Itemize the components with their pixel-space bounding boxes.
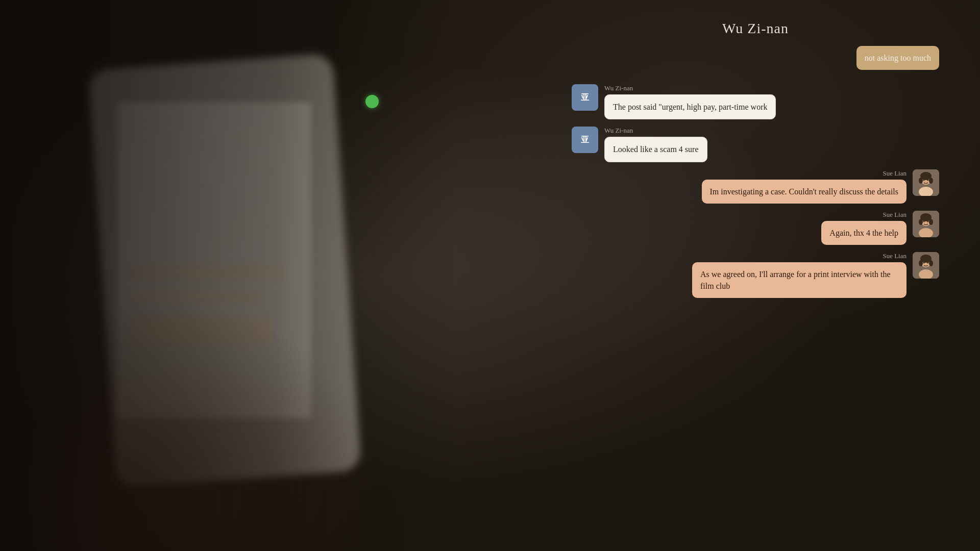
messages-container: not asking too much 亚 Wu Zi-nan The post… [572,46,939,298]
svg-point-6 [929,178,933,184]
svg-point-8 [927,179,929,181]
bubble-sue-2: Again, thx 4 the help [821,221,906,245]
chat-title: Wu Zi-nan [572,20,939,37]
green-dot [365,95,379,108]
bubble-sue-1: Im investigating a case. Couldn't really… [702,180,906,204]
svg-point-24 [927,262,929,263]
avatar-wu-2: 亚 [572,127,598,153]
avatar-sue-1 [913,169,939,196]
table-row: Sue Lian Again, thx 4 the help [572,211,939,245]
msg-block-sue-2: Sue Lian Again, thx 4 the help [821,211,906,245]
svg-point-23 [923,262,925,263]
table-row: 亚 Wu Zi-nan The post said "urgent, high … [572,84,939,119]
wu-icon: 亚 [581,93,589,102]
svg-point-16 [927,220,929,222]
svg-point-7 [923,179,925,181]
svg-point-15 [923,220,925,222]
sender-sue-3: Sue Lian [692,252,906,260]
wu-icon-2: 亚 [581,136,589,144]
msg-block-wu-1: Wu Zi-nan The post said "urgent, high pa… [604,84,776,119]
table-row: Sue Lian As we agreed on, I'll arrange f… [572,252,939,298]
table-row: 亚 Wu Zi-nan Looked like a scam 4 sure [572,127,939,162]
chat-panel: Wu Zi-nan not asking too much 亚 Wu Zi-na… [572,20,939,298]
sender-sue-2: Sue Lian [821,211,906,219]
msg-block-wu-2: Wu Zi-nan Looked like a scam 4 sure [604,127,707,162]
avatar-sue-3 [913,252,939,279]
table-row: Sue Lian Im investigating a case. Couldn… [572,169,939,204]
msg-block-sue-1: Sue Lian Im investigating a case. Couldn… [702,169,906,204]
msg-block-sue-3: Sue Lian As we agreed on, I'll arrange f… [692,252,906,298]
avatar-sue-2 [913,211,939,237]
svg-point-14 [929,219,933,225]
sender-wu-1: Wu Zi-nan [604,84,776,92]
bubble-wu-1: The post said "urgent, high pay, part-ti… [604,94,776,119]
bubble-sue-3: As we agreed on, I'll arrange for a prin… [692,262,906,298]
svg-point-22 [929,260,933,266]
bubble-not-asking: not asking too much [856,46,939,70]
svg-point-21 [919,260,923,266]
sender-sue-1: Sue Lian [702,169,906,178]
bubble-wu-2: Looked like a scam 4 sure [604,137,707,162]
avatar-wu-1: 亚 [572,84,598,111]
sender-wu-2: Wu Zi-nan [604,127,707,135]
top-bubble-row: not asking too much [572,46,939,70]
left-overlay [0,0,459,551]
svg-point-5 [919,178,923,184]
svg-point-13 [919,219,923,225]
